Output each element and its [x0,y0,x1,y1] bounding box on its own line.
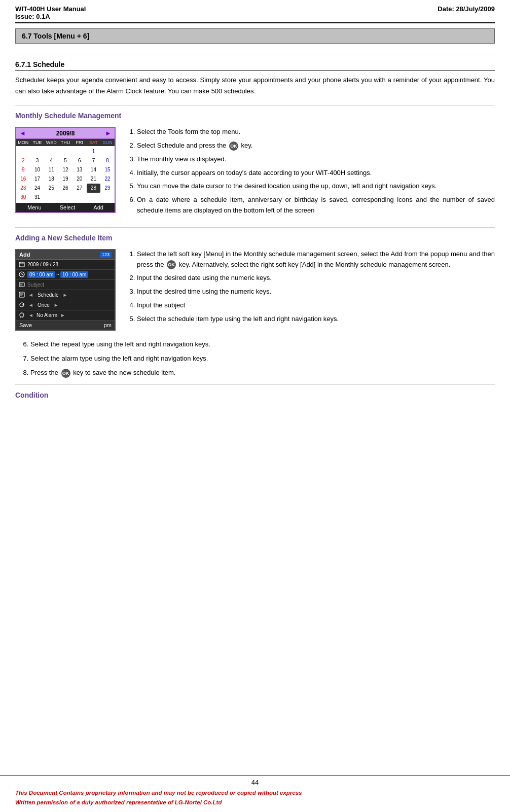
schedule-arrow-right[interactable]: ► [63,292,68,298]
svg-line-16 [20,317,21,317]
cal-cell [44,193,58,202]
monthly-layout: ◄ 2009/8 ► MON TUE WED THU FRI SAT SUN [15,127,495,219]
cal-menu-btn[interactable]: Menu [27,204,42,210]
day-fri: FRI [72,140,87,145]
add-time-end: 10 : 00 am [60,271,88,278]
repeat-arrow-left[interactable]: ◄ [28,302,33,308]
cal-cell: 30 [16,193,30,202]
cal-cell: 2 [16,156,30,165]
adding-step-1: Select the left soft key [Menu] in the M… [137,249,495,270]
cal-cell: 1 [87,147,101,156]
cal-cell [100,193,115,202]
adding-step-2: Input the desired date using the numeric… [137,273,495,284]
cal-cell: 29 [100,184,115,193]
cal-cell [72,147,87,156]
repeat-type-value: Once [38,302,50,308]
cal-next-arrow[interactable]: ► [105,129,112,137]
schedule-type-value: Schedule [38,292,59,298]
day-sun: SUN [100,140,115,145]
cal-cell: 23 [16,184,30,193]
cal-cell [58,193,72,202]
adding-steps-col: Select the left soft key [Menu] in the M… [127,249,495,328]
cal-cell: 12 [58,165,72,174]
adding-step-3: Input the desired time using the numeric… [137,287,495,297]
cal-cell [16,147,30,156]
cal-cell: 19 [58,174,72,184]
page-number: 44 [15,779,495,786]
cal-cell: 9 [16,165,30,174]
alarm-icon [18,311,25,319]
condition-heading: Condition [15,391,495,399]
adding-step-5: Select the schedule item type using the … [137,314,495,325]
cal-cell: 25 [44,184,58,193]
cal-cell [72,193,87,202]
add-time-start: 09 : 00 am [27,271,55,278]
cal-cell: 7 [87,156,101,165]
day-tue: TUE [30,140,45,145]
cal-cell: 5 [58,156,72,165]
cal-select-btn[interactable]: Select [60,204,76,210]
monthly-step-5: You can move the date cursor to the desi… [137,181,495,192]
monthly-steps-col: Select the Tools form the top menu. Sele… [127,127,495,219]
schedule-arrow-left[interactable]: ◄ [28,292,33,298]
add-widget-col: Add 123 2009 / 09 / 28 09 : 00 am ~ [15,249,117,331]
adding-step-4: Input the subject [137,300,495,311]
time-tilde: ~ [56,272,59,277]
add-alarm-row: ◄ No Alarm ► [16,310,115,321]
alarm-arrow-right[interactable]: ► [60,312,65,318]
doc-date: Date: 28/July/2009 [438,5,495,20]
monthly-step-4: Initially, the cursor appears on today's… [137,168,495,179]
add-widget-title: Add [19,252,30,258]
add-widget-header: Add 123 [16,250,115,260]
add-widget-badge: 123 [100,252,112,258]
svg-line-6 [22,274,23,275]
monthly-heading: Monthly Schedule Management [15,112,495,120]
day-wed: WED [44,140,58,145]
repeat-arrow-right[interactable]: ► [54,302,59,308]
adding-step-7: Select the alarm type using the left and… [30,353,495,364]
cal-cell [30,147,45,156]
alarm-type-value: No Alarm [37,312,57,318]
cal-cell: 3 [30,156,45,165]
cal-add-btn[interactable]: Add [93,204,103,210]
alarm-arrow-left[interactable]: ◄ [28,312,33,318]
monthly-step-1: Select the Tools form the top menu. [137,127,495,137]
add-subject-row: Subject [16,280,115,290]
add-schedule-row: ◄ Schedule ► [16,290,115,300]
add-pm-label: pm [104,322,112,328]
add-save-btn[interactable]: Save [19,322,32,328]
divider-3 [15,227,495,228]
add-time-row: 09 : 00 am ~ 10 : 00 am [16,270,115,280]
day-thu: THU [58,140,72,145]
adding-step-8: Press the OK key to save the new schedul… [30,367,495,378]
cal-cell: 13 [72,165,87,174]
svg-line-17 [22,317,23,317]
cal-cell: 17 [30,174,45,184]
schedule-type-icon [18,291,25,298]
adding-steps-list: Select the left soft key [Menu] in the M… [127,249,495,325]
cal-cell: 15 [100,165,115,174]
cal-cell [44,147,58,156]
ok-icon-2: OK [167,260,176,269]
cal-header: ◄ 2009/8 ► [16,128,115,139]
doc-header: WIT-400H User Manual Issue: 0.1A Date: 2… [15,5,495,23]
adding-layout: Add 123 2009 / 09 / 28 09 : 00 am ~ [15,249,495,331]
cal-cell-highlighted: 28 [87,184,101,193]
cal-cell [100,147,115,156]
add-date-value: 2009 / 09 / 28 [27,262,58,267]
section-671-header: 6.7.1 Schedule [15,60,495,70]
cal-cell: 20 [72,174,87,184]
cal-cell: 22 [100,174,115,184]
svg-rect-7 [19,283,24,287]
cal-cell [87,193,101,202]
add-repeat-row: ◄ Once ► [16,300,115,310]
doc-title: WIT-400H User Manual Issue: 0.1A [15,5,86,20]
svg-point-14 [20,313,24,317]
ok-icon: OK [229,142,238,151]
monthly-step-6: On a date where a schedule item, anniver… [137,195,495,216]
calendar-icon [18,261,25,268]
cal-cell: 4 [44,156,58,165]
cal-prev-arrow[interactable]: ◄ [19,129,26,137]
repeat-icon [18,301,25,308]
cal-cell: 31 [30,193,45,202]
